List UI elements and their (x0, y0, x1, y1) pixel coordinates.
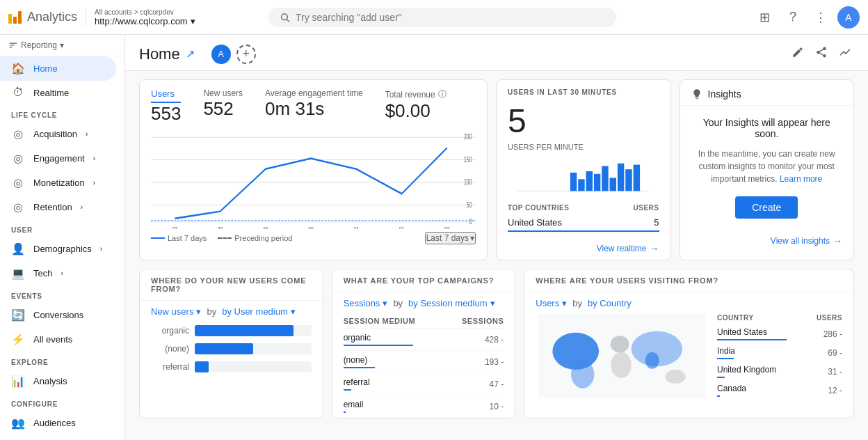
insights-main-text: Your Insights will appear here soon. (691, 117, 843, 139)
users-tab[interactable]: Users (151, 88, 181, 103)
realtime-sub-label: USERS PER MINUTE (497, 143, 670, 157)
map-country: United Kingdom (717, 365, 776, 378)
total-revenue-label: Total revenue ⓘ (385, 88, 447, 100)
session-medium: email (344, 400, 364, 413)
top-campaigns-filter-button[interactable]: Sessions ▾ by by Session medium ▾ (344, 298, 495, 308)
apps-icon[interactable]: ⊞ (754, 6, 776, 29)
bar-track (195, 361, 312, 372)
sidebar-item-tech[interactable]: 💻 Tech › (0, 261, 116, 285)
view-realtime-link[interactable]: View realtime → (497, 237, 670, 260)
add-comparison-button[interactable]: + (236, 45, 256, 64)
customize-icon[interactable] (836, 43, 854, 65)
map-bar (717, 395, 720, 397)
users-value: 553 (151, 103, 181, 125)
account-selector[interactable]: All accounts > cqlcorpdev http://www.cql… (86, 8, 195, 26)
legend-previous: Preceding period (218, 234, 292, 242)
map-country: India (717, 346, 735, 359)
sidebar-item-admin[interactable]: ⚙ Admin (0, 435, 116, 440)
sidebar-item-all-events[interactable]: ⚡ All events (0, 327, 116, 352)
svg-text:50: 50 (467, 201, 472, 209)
sidebar-item-home[interactable]: 🏠 Home (0, 56, 116, 81)
realtime-header: USERS IN LAST 30 MINUTES (497, 80, 670, 99)
sidebar-item-conversions[interactable]: 🔄 Conversions (0, 303, 116, 327)
share-icon[interactable] (812, 43, 830, 65)
svg-line-1 (287, 19, 289, 21)
insights-icon (691, 88, 702, 100)
edit-icon[interactable] (789, 43, 807, 65)
bar-chart-area: organic (none) referral (140, 322, 323, 385)
sidebar-item-acquisition[interactable]: ◎ Acquisition › (0, 122, 116, 146)
sessions-table: SESSION MEDIUM SESSIONS organic 428 - (332, 314, 515, 418)
sidebar-item-analysis[interactable]: 📊 Analysis (0, 369, 116, 393)
map-row-india: India 69 - (717, 343, 842, 362)
svg-point-38 (645, 352, 659, 369)
session-row-referral: referral 47 - (344, 373, 504, 395)
user-chips: A + (211, 45, 256, 64)
sidebar-item-monetization[interactable]: ◎ Monetization › (0, 171, 116, 195)
rt-table-header: TOP COUNTRIES USERS (508, 204, 659, 214)
monetization-icon: ◎ (11, 176, 25, 189)
page-title-link-icon[interactable]: ↗ (186, 47, 195, 61)
reporting-header[interactable]: Reporting ▾ (0, 35, 124, 56)
realtime-card: USERS IN LAST 30 MINUTES 5 USERS PER MIN… (496, 79, 671, 260)
bar-row-organic: organic (151, 325, 312, 336)
svg-text:30: 30 (308, 226, 314, 229)
session-bar (344, 389, 351, 391)
user-chip-a: A (211, 45, 231, 64)
app-name: Analytics (27, 10, 77, 24)
date-range-button[interactable]: Last 7 days ▾ (425, 232, 476, 244)
realtime-table: TOP COUNTRIES USERS United States 5 (497, 198, 670, 237)
legend-current: Last 7 days (151, 234, 207, 242)
new-users-filter-button[interactable]: New users ▾ by by User medium ▾ (151, 306, 296, 317)
total-revenue-value: $0.00 (385, 100, 447, 122)
main-chart: 27 Oct 28 29 30 31 01 Nov 02 200 150 (151, 130, 476, 229)
top-row: Users 553 New users 552 Average engageme… (139, 79, 854, 260)
map-bar (717, 377, 725, 378)
svg-text:0: 0 (469, 218, 472, 226)
avatar[interactable]: A (837, 6, 860, 29)
rt-country: United States (508, 217, 562, 228)
session-medium: organic (344, 333, 413, 346)
top-navigation: Analytics All accounts > cqlcorpdev http… (0, 0, 868, 35)
new-users-header: WHERE DO YOUR NEW USERS COME FROM? (140, 269, 323, 301)
svg-rect-24 (578, 179, 584, 191)
new-users-filter: New users ▾ by by User medium ▾ (140, 301, 323, 322)
more-icon[interactable]: ⋮ (810, 6, 832, 29)
svg-text:150: 150 (464, 155, 472, 164)
search-input[interactable] (296, 12, 605, 23)
svg-text:27: 27 (172, 226, 178, 229)
help-icon[interactable]: ? (782, 6, 804, 29)
bar-fill (195, 361, 209, 372)
legend-previous-line (218, 237, 232, 239)
account-url[interactable]: http://www.cqlcorp.com ▾ (95, 16, 195, 26)
tech-icon: 💻 (11, 267, 25, 280)
search-bar[interactable] (268, 8, 616, 27)
realtime-mini-chart (497, 157, 670, 198)
dashboard: Users 553 New users 552 Average engageme… (125, 71, 868, 427)
logo-bar-2 (13, 17, 17, 24)
learn-more-link[interactable]: Learn more (780, 174, 822, 184)
insights-body: Your Insights will appear here soon. In … (680, 106, 854, 230)
stat-avg-engagement: Average engagement time 0m 31s (265, 88, 363, 125)
svg-text:31: 31 (353, 226, 359, 229)
sidebar-item-engagement[interactable]: ◎ Engagement › (0, 146, 116, 171)
svg-point-35 (611, 336, 629, 352)
sidebar-item-audiences[interactable]: 👥 Audiences (0, 411, 116, 435)
avg-engagement-label: Average engagement time (265, 88, 363, 98)
sidebar: Reporting ▾ 🏠 Home ⏱ Realtime LIFE CYCLE… (0, 35, 125, 440)
realtime-icon: ⏱ (11, 86, 25, 99)
logo-bar-3 (18, 11, 22, 24)
sidebar-item-realtime[interactable]: ⏱ Realtime (0, 81, 116, 104)
revenue-info-icon: ⓘ (438, 88, 447, 100)
map-table: COUNTRY USERS United States 286 - (717, 314, 842, 400)
sidebar-item-demographics[interactable]: 👤 Demographics › (0, 237, 116, 261)
map-filter-button[interactable]: Users ▾ by by Country (536, 298, 632, 308)
svg-rect-28 (610, 178, 616, 191)
create-button[interactable]: Create (735, 196, 798, 219)
view-all-insights-link[interactable]: View all insights (771, 236, 830, 246)
realtime-chart-svg (508, 159, 659, 196)
sidebar-item-retention[interactable]: ◎ Retention › (0, 195, 116, 219)
map-bar (717, 339, 787, 340)
top-campaigns-filter: Sessions ▾ by by Session medium ▾ (332, 292, 515, 314)
session-bar (344, 411, 346, 413)
